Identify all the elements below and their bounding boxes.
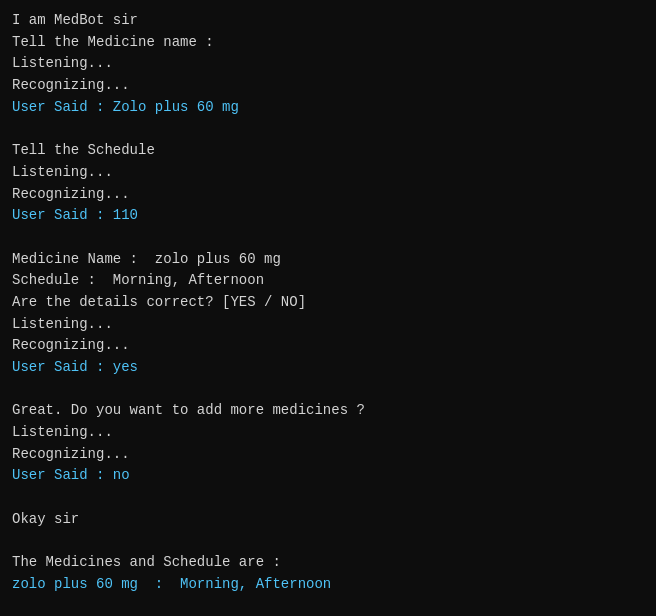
terminal-line: Recognizing... [12, 75, 644, 97]
terminal-line: zolo plus 60 mg : Morning, Afternoon [12, 574, 644, 596]
empty-line [12, 487, 644, 509]
terminal-line: Recognizing... [12, 335, 644, 357]
empty-line [12, 531, 644, 553]
terminal-line: User Said : 110 [12, 205, 644, 227]
terminal-line: Listening... [12, 422, 644, 444]
terminal-line: Listening... [12, 53, 644, 75]
terminal-line: Schedule : Morning, Afternoon [12, 270, 644, 292]
terminal-line: Listening... [12, 162, 644, 184]
terminal-line: The Medicines and Schedule are : [12, 552, 644, 574]
terminal-line: Great. Do you want to add more medicines… [12, 400, 644, 422]
terminal-line: Recognizing... [12, 444, 644, 466]
terminal-line: Listening... [12, 314, 644, 336]
terminal-line: Tell the Schedule [12, 140, 644, 162]
empty-line [12, 227, 644, 249]
terminal-line: Recognizing... [12, 184, 644, 206]
empty-line [12, 379, 644, 401]
terminal-line: Tell the Medicine name : [12, 32, 644, 54]
empty-line [12, 596, 644, 616]
terminal-line: Are the details correct? [YES / NO] [12, 292, 644, 314]
terminal-line: User Said : yes [12, 357, 644, 379]
terminal-line: I am MedBot sir [12, 10, 644, 32]
terminal-line: Medicine Name : zolo plus 60 mg [12, 249, 644, 271]
terminal-line: Okay sir [12, 509, 644, 531]
terminal-line: User Said : Zolo plus 60 mg [12, 97, 644, 119]
terminal-window: I am MedBot sirTell the Medicine name :L… [0, 0, 656, 616]
empty-line [12, 118, 644, 140]
terminal-line: User Said : no [12, 465, 644, 487]
